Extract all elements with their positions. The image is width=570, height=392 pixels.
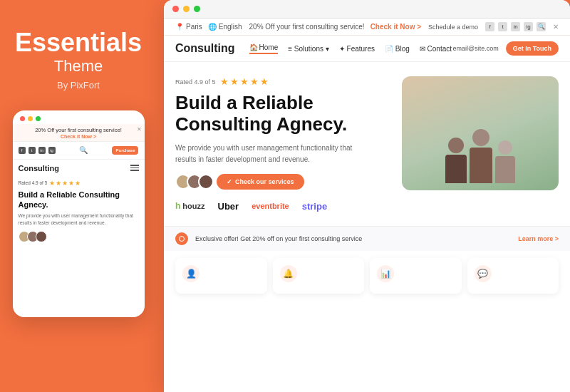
offer-learn-more[interactable]: Learn more > bbox=[518, 235, 559, 242]
person-head-1 bbox=[448, 138, 464, 153]
brand-by: By PixFort bbox=[57, 80, 100, 91]
nav-email: email@site.com bbox=[453, 45, 499, 52]
nav-logo: Consulting bbox=[175, 42, 235, 55]
service-icon-4: 💬 bbox=[475, 265, 492, 282]
brand-logos: h houzz Uber eventbrite stripe bbox=[175, 201, 390, 219]
location-pin-icon: 📍 bbox=[175, 23, 184, 31]
linkedin-icon[interactable]: in bbox=[511, 22, 520, 31]
location-paris: 📍 Paris bbox=[175, 23, 202, 31]
mobile-header: Consulting bbox=[13, 160, 145, 177]
mobile-dot-red bbox=[20, 116, 25, 121]
person-2 bbox=[470, 129, 492, 183]
hero-action-row: Check our services bbox=[175, 174, 390, 190]
star-5: ★ bbox=[75, 180, 81, 187]
person-body-3 bbox=[495, 156, 515, 183]
person-body-2 bbox=[470, 148, 492, 183]
check-services-button[interactable]: Check our services bbox=[217, 174, 304, 190]
nav-item-contact[interactable]: ✉ Contact bbox=[420, 45, 452, 53]
mobile-dot-yellow bbox=[28, 116, 33, 121]
facebook-icon[interactable]: f bbox=[19, 147, 26, 154]
nav-left: Consulting 🏠 Home ≡ Solutions ▾ ✦ Featur… bbox=[175, 42, 452, 55]
star-4: ★ bbox=[250, 76, 259, 87]
hero-title: Build a Reliable Consulting Agnecy. bbox=[175, 93, 390, 135]
globe-icon: 🌐 bbox=[208, 23, 217, 31]
person-body-1 bbox=[445, 155, 467, 183]
mobile-search-button[interactable]: 🔍 bbox=[78, 145, 88, 155]
hero-avatar-3 bbox=[198, 174, 214, 190]
browser-dot-green bbox=[194, 6, 200, 12]
star-5: ★ bbox=[260, 76, 269, 87]
star-1: ★ bbox=[220, 76, 229, 87]
star-3: ★ bbox=[62, 180, 68, 187]
browser-navbar: Consulting 🏠 Home ≡ Solutions ▾ ✦ Featur… bbox=[164, 36, 570, 62]
nav-item-blog[interactable]: 📄 Blog bbox=[385, 45, 410, 53]
mobile-avatar-3 bbox=[36, 231, 47, 242]
brand-title: Essentials bbox=[15, 29, 142, 57]
schedule-demo[interactable]: Schedule a demo bbox=[428, 24, 478, 31]
hero-right bbox=[402, 76, 559, 219]
get-in-touch-button[interactable]: Get In Touch bbox=[506, 41, 559, 56]
service-icon-3: 📊 bbox=[377, 265, 394, 282]
hero-left: Rated 4.9 of 5 ★ ★ ★ ★ ★ Build a Reliabl… bbox=[175, 76, 390, 219]
mobile-hamburger-menu[interactable] bbox=[130, 165, 139, 171]
language-english: 🌐 English bbox=[208, 23, 242, 31]
star-2: ★ bbox=[230, 76, 239, 87]
hero-avatars bbox=[175, 174, 209, 190]
service-card-2: 🔔 bbox=[273, 258, 365, 294]
houzz-logo: h houzz bbox=[175, 201, 205, 211]
browser-content: 📍 Paris 🌐 English 20% Off your first con… bbox=[164, 19, 570, 392]
person-head-3 bbox=[498, 140, 512, 155]
browser-dot-red bbox=[172, 6, 179, 12]
mobile-banner-link[interactable]: Check it Now > bbox=[61, 134, 96, 139]
star-4: ★ bbox=[68, 180, 74, 187]
social-icons-row: f t in ig 🔍 bbox=[485, 22, 546, 31]
announcement-link[interactable]: Check it Now > bbox=[370, 23, 421, 31]
announcement-close[interactable]: ✕ bbox=[553, 23, 559, 31]
offer-icon bbox=[175, 232, 188, 245]
instagram-icon[interactable]: ig bbox=[524, 22, 533, 31]
left-panel: Essentials Theme By PixFort 20% Off your… bbox=[0, 0, 157, 392]
announcement-text: 20% Off your first consulting service! bbox=[249, 23, 365, 31]
mobile-social-icons: f t in ig bbox=[19, 147, 56, 154]
rating-text: Rated 4.9 of 5 bbox=[175, 78, 216, 86]
facebook-icon[interactable]: f bbox=[485, 22, 494, 31]
hero-section: Rated 4.9 of 5 ★ ★ ★ ★ ★ Build a Reliabl… bbox=[164, 62, 570, 226]
brand-subtitle: Theme bbox=[54, 57, 103, 76]
stripe-logo: stripe bbox=[302, 201, 327, 212]
eventbrite-logo: eventbrite bbox=[252, 202, 289, 210]
mobile-window-controls bbox=[13, 110, 145, 124]
location-row: 📍 Paris 🌐 English bbox=[175, 23, 242, 31]
home-icon: 🏠 bbox=[249, 43, 258, 51]
announcement-bar: 📍 Paris 🌐 English 20% Off your first con… bbox=[164, 19, 570, 36]
announcement-text-row: 20% Off your first consulting service! C… bbox=[249, 23, 422, 31]
mobile-stars: ★ ★ ★ ★ ★ bbox=[49, 180, 81, 187]
offer-text: Exclusive offer! Get 20% off on your fir… bbox=[195, 235, 511, 242]
rating-row: Rated 4.9 of 5 ★ ★ ★ ★ ★ bbox=[175, 76, 390, 87]
service-icon-2: 🔔 bbox=[280, 265, 297, 282]
nav-item-home[interactable]: 🏠 Home bbox=[249, 43, 279, 54]
nav-right: email@site.com Get In Touch bbox=[453, 41, 559, 56]
hero-img-people bbox=[402, 76, 559, 190]
nav-item-features[interactable]: ✦ Features bbox=[339, 45, 375, 53]
mobile-purchase-button[interactable]: Purchase bbox=[112, 146, 138, 155]
mobile-rating-text: Rated 4.9 of 5 bbox=[19, 180, 48, 185]
twitter-icon[interactable]: t bbox=[498, 22, 507, 31]
hero-image bbox=[402, 76, 559, 190]
mobile-banner-close[interactable]: ✕ bbox=[137, 126, 142, 133]
instagram-icon[interactable]: ig bbox=[48, 147, 56, 154]
nav-menu: 🏠 Home ≡ Solutions ▾ ✦ Features 📄 Blog ✉… bbox=[249, 43, 452, 54]
twitter-icon[interactable]: t bbox=[28, 147, 36, 154]
star-2: ★ bbox=[56, 180, 61, 187]
uber-logo: Uber bbox=[218, 201, 239, 212]
mobile-logo: Consulting bbox=[19, 164, 59, 172]
mobile-mockup: 20% Off your first consulting service! C… bbox=[13, 110, 145, 317]
announcement-right: Schedule a demo f t in ig 🔍 ✕ bbox=[428, 22, 559, 31]
mobile-banner: 20% Off your first consulting service! C… bbox=[13, 124, 145, 142]
service-card-1: 👤 bbox=[175, 258, 267, 294]
search-icon[interactable]: 🔍 bbox=[537, 22, 546, 31]
nav-item-solutions[interactable]: ≡ Solutions ▾ bbox=[288, 45, 329, 53]
language-text: English bbox=[219, 23, 242, 31]
linkedin-icon[interactable]: in bbox=[38, 147, 46, 154]
offer-bar: Exclusive offer! Get 20% off on your fir… bbox=[164, 226, 570, 251]
service-card-3: 📊 bbox=[370, 258, 462, 294]
